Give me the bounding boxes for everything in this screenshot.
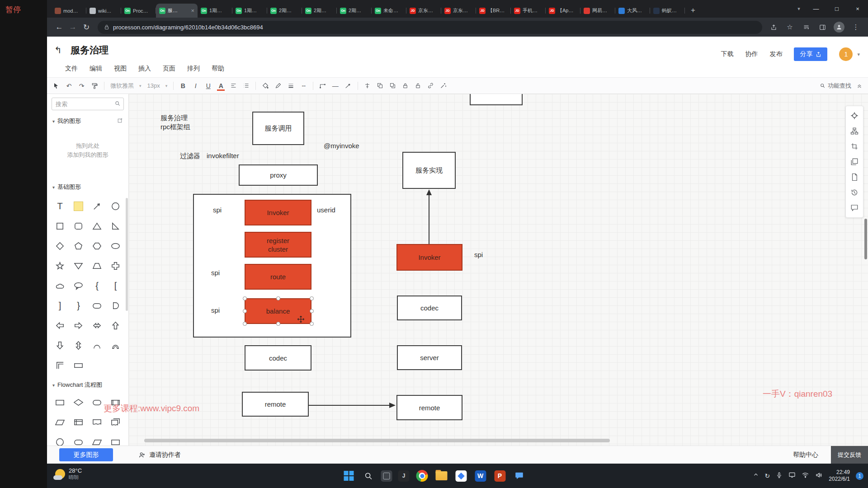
underline-button[interactable]: U <box>205 82 212 89</box>
shape-arrow-left[interactable] <box>51 315 69 335</box>
menu-item[interactable]: 插入 <box>138 65 151 73</box>
shape-arrow-updown[interactable] <box>69 335 88 355</box>
outline-structure-icon[interactable] <box>847 123 862 139</box>
diagram-label-spi[interactable]: spi <box>211 306 220 314</box>
tab-search-chevron-icon[interactable]: ▾ <box>792 6 806 12</box>
bookmark-star-icon[interactable]: ☆ <box>783 20 797 34</box>
shape-multi-document[interactable] <box>106 412 125 432</box>
browser-tab[interactable]: wiki… × <box>86 4 121 18</box>
shape-circle[interactable] <box>51 432 69 446</box>
publish-button[interactable]: 发布 <box>769 50 782 58</box>
browser-tab[interactable]: 蚂蚁… × <box>650 4 685 18</box>
list-icon[interactable] <box>243 82 250 89</box>
selection-handle[interactable] <box>276 322 280 326</box>
collaborate-button[interactable]: 协作 <box>745 50 758 58</box>
shape-diamond[interactable] <box>51 236 69 256</box>
shape-arrow-right[interactable] <box>69 315 88 335</box>
shape-brace-left[interactable]: { <box>88 276 106 296</box>
side-panel-icon[interactable] <box>816 20 829 34</box>
windows-start-icon[interactable] <box>342 469 356 483</box>
fill-color-icon[interactable] <box>262 82 269 89</box>
shape-d-shape[interactable] <box>106 296 125 315</box>
diagram-node-invoker[interactable]: Invoker <box>396 244 462 271</box>
browser-tab[interactable]: 网易… × <box>580 4 615 18</box>
shape-line-arrow[interactable] <box>88 196 106 216</box>
diagram-node-remote[interactable]: remote <box>242 392 309 417</box>
menu-item[interactable]: 排列 <box>187 65 200 73</box>
browser-tab[interactable]: JD 【Ap… × <box>546 4 580 18</box>
diagram-node-proxy[interactable]: proxy <box>239 164 318 186</box>
selection-handle[interactable] <box>243 322 247 326</box>
diagram-node-server[interactable]: server <box>397 345 462 370</box>
diagram-label-spi[interactable]: spi <box>474 251 483 258</box>
diagram-node-remote[interactable]: remote <box>396 395 462 420</box>
shape-terminator[interactable] <box>88 296 106 315</box>
stroke-color-icon[interactable] <box>275 82 282 89</box>
selection-handle[interactable] <box>243 296 247 300</box>
lock-icon[interactable] <box>402 82 409 89</box>
comment-icon[interactable] <box>847 200 862 216</box>
browser-tab[interactable]: On 服… × <box>156 4 198 18</box>
select-cursor-icon[interactable] <box>52 82 60 89</box>
shape-document[interactable] <box>88 412 106 432</box>
shape-triangle[interactable] <box>88 216 106 236</box>
shape-callout[interactable] <box>69 276 88 296</box>
section-flowchart-shapes[interactable]: ▾ Flowchart 流程图 <box>47 380 128 389</box>
powerpoint-icon[interactable]: P <box>493 469 507 483</box>
canvas-horizontal-scrollbar[interactable] <box>144 439 610 442</box>
shape-terminator[interactable] <box>69 432 88 446</box>
taskbar-clock[interactable]: 22:49 2022/6/1 <box>829 469 850 483</box>
share-page-icon[interactable] <box>767 20 780 34</box>
shape-arrow-up[interactable] <box>106 315 125 335</box>
shape-internal-storage[interactable] <box>69 412 88 432</box>
invite-collaborators-button[interactable]: 邀请协作者 <box>138 451 181 459</box>
browser-menu-kebab-icon[interactable]: ⋮ <box>849 20 863 34</box>
sync-icon[interactable]: ↻ <box>765 472 770 479</box>
hyperlink-icon[interactable] <box>427 82 434 89</box>
help-center-link[interactable]: 帮助中心 <box>793 451 818 459</box>
weather-widget[interactable]: 28°C 晴朗 <box>55 467 82 481</box>
shape-search-input[interactable] <box>52 98 124 110</box>
shape-rectangle-wide[interactable] <box>69 355 88 375</box>
diagram-label-spi[interactable]: spi <box>211 269 220 277</box>
file-explorer-icon[interactable] <box>435 469 448 483</box>
undo-icon[interactable]: ↶ <box>66 82 72 89</box>
selection-handle[interactable] <box>310 322 314 326</box>
shape-bracket-left[interactable]: [ <box>106 276 125 296</box>
chat-icon[interactable] <box>513 469 526 483</box>
diagram-canvas[interactable]: 服务治理 rpc框架组 服务调用 @myinvoke 过滤器invokefilt… <box>129 94 868 446</box>
selection-handle[interactable] <box>310 309 314 313</box>
browser-tab[interactable]: On 2期… × <box>267 4 302 18</box>
avatar-caret-icon[interactable]: ▾ <box>857 52 860 57</box>
download-button[interactable]: 下载 <box>721 50 733 58</box>
edit-shapes-icon[interactable] <box>117 117 123 125</box>
shape-corner[interactable] <box>51 355 69 375</box>
browser-tab[interactable]: 大风… × <box>615 4 650 18</box>
url-field[interactable]: processon.com/diagraming/62010b14e0b34d0… <box>98 21 762 34</box>
export-crop-icon[interactable] <box>847 139 862 154</box>
share-button[interactable]: 分享 <box>794 47 827 61</box>
search-icon[interactable] <box>114 100 121 108</box>
section-basic-shapes[interactable]: ▾ 基础图形 <box>47 183 128 192</box>
history-icon[interactable] <box>847 185 862 200</box>
browser-tab[interactable]: On 2期… × <box>302 4 337 18</box>
diagram-node-codec[interactable]: codec <box>245 345 311 371</box>
shape-data[interactable] <box>88 432 106 446</box>
shape-process[interactable] <box>106 432 125 446</box>
browser-forward-button[interactable]: → <box>66 20 80 34</box>
font-color-button[interactable]: A <box>217 82 224 89</box>
browser-tab[interactable]: JD 京东… × <box>406 4 441 18</box>
magic-style-icon[interactable] <box>440 82 447 89</box>
wifi-icon[interactable] <box>802 471 809 481</box>
shape-bracket-right[interactable]: ] <box>51 296 69 315</box>
shape-trapezoid[interactable] <box>88 256 106 276</box>
menu-item[interactable]: 帮助 <box>212 65 224 73</box>
line-dash-icon[interactable]: ╌ <box>300 82 307 89</box>
diagram-node-partial[interactable] <box>470 94 523 105</box>
diagram-label-spi[interactable]: spi <box>213 206 222 214</box>
browser-back-button[interactable]: ← <box>52 20 66 34</box>
send-backward-icon[interactable] <box>389 82 396 89</box>
reading-list-icon[interactable] <box>799 20 813 34</box>
straight-line-icon[interactable]: — <box>332 82 339 89</box>
shape-circle[interactable] <box>106 196 125 216</box>
